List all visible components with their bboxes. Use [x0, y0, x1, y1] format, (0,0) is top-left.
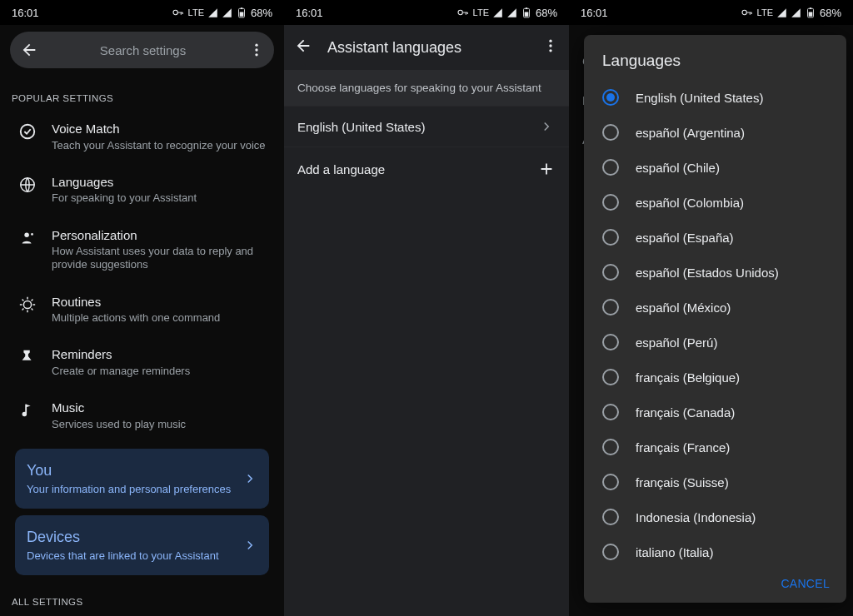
- back-icon[interactable]: [20, 41, 38, 59]
- signal-icon: [222, 7, 232, 18]
- setting-subtitle: Create or manage reminders: [52, 365, 272, 378]
- chevron-right-icon: [242, 471, 257, 486]
- status-bar: 16:01 LTE 68%: [569, 0, 853, 25]
- setting-icon: [18, 229, 37, 247]
- language-label: español (México): [636, 301, 731, 315]
- cancel-button[interactable]: CANCEL: [781, 577, 830, 590]
- radio-icon: [602, 89, 619, 106]
- add-language-row[interactable]: Add a language: [284, 147, 569, 191]
- status-icons: LTE 68%: [741, 6, 841, 19]
- chevron-right-icon: [537, 119, 556, 134]
- page-title: Assistant languages: [327, 39, 527, 57]
- signal-icon: [207, 7, 218, 18]
- language-dialog: Languages English (United States) españo…: [584, 35, 846, 603]
- setting-item-voice-match[interactable]: Voice Match Teach your Assistant to reco…: [0, 110, 284, 163]
- radio-icon: [602, 439, 619, 455]
- radio-icon: [602, 474, 619, 490]
- language-option[interactable]: français (France): [584, 430, 846, 464]
- setting-item-personalization[interactable]: Personalization How Assistant uses your …: [0, 216, 284, 283]
- settings-panel: 16:01 LTE 68% Search settings POPULAR SE…: [0, 0, 284, 616]
- language-label: español (Colombia): [636, 196, 744, 210]
- setting-texts: Languages For speaking to your Assistant: [52, 174, 272, 206]
- radio-icon: [602, 544, 619, 560]
- setting-icon: [18, 348, 37, 366]
- setting-icon: [18, 296, 37, 314]
- setting-item-reminders[interactable]: Reminders Create or manage reminders: [0, 335, 284, 389]
- language-label: español (Perú): [636, 335, 717, 350]
- setting-item-music[interactable]: Music Services used to play music: [0, 389, 284, 442]
- language-label: français (France): [636, 440, 730, 455]
- setting-title: Reminders: [52, 346, 272, 363]
- language-option[interactable]: français (Belgique): [584, 360, 846, 395]
- setting-texts: Voice Match Teach your Assistant to reco…: [52, 121, 272, 152]
- add-language-label: Add a language: [297, 162, 527, 176]
- popular-settings-header: POPULAR SETTINGS: [0, 75, 284, 110]
- setting-subtitle: Teach your Assistant to recognize your v…: [52, 139, 272, 152]
- setting-item-languages[interactable]: Languages For speaking to your Assistant: [0, 163, 284, 216]
- status-battery: 68%: [536, 7, 557, 19]
- all-settings-header: ALL SETTINGS: [0, 582, 284, 607]
- back-icon[interactable]: [294, 37, 312, 58]
- language-option[interactable]: français (Suisse): [584, 464, 846, 499]
- card-texts: Devices Devices that are linked to your …: [27, 529, 234, 562]
- language-label: français (Belgique): [636, 370, 740, 385]
- language-option[interactable]: español (Argentina): [584, 115, 846, 150]
- radio-icon: [602, 194, 619, 211]
- language-option[interactable]: español (México): [584, 290, 846, 325]
- status-battery: 68%: [820, 7, 841, 19]
- radio-icon: [602, 334, 619, 350]
- card-subtitle: Your information and personal preference…: [27, 483, 234, 495]
- nav-card-devices[interactable]: Devices Devices that are linked to your …: [15, 515, 269, 575]
- language-option[interactable]: italiano (Italia): [584, 534, 846, 569]
- language-option[interactable]: English (United States): [584, 80, 846, 115]
- vpn-key-icon: [741, 6, 754, 19]
- language-label: Indonesia (Indonesia): [636, 510, 756, 524]
- language-label: italiano (Italia): [636, 545, 713, 559]
- vpn-key-icon: [172, 6, 185, 19]
- status-icons: LTE 68%: [456, 6, 557, 19]
- current-language-label: English (United States): [297, 120, 527, 134]
- language-label: français (Canada): [636, 405, 735, 420]
- status-time: 16:01: [296, 7, 323, 19]
- more-icon[interactable]: [542, 37, 559, 57]
- language-option[interactable]: español (Colombia): [584, 185, 846, 220]
- chevron-right-icon: [242, 538, 257, 553]
- language-option[interactable]: español (Perú): [584, 325, 846, 360]
- status-time: 16:01: [12, 7, 39, 19]
- language-label: español (Estados Unidos): [636, 266, 779, 280]
- status-icons: LTE 68%: [172, 6, 272, 19]
- card-title: You: [27, 462, 234, 479]
- status-net: LTE: [473, 7, 489, 17]
- setting-icon: [18, 401, 37, 420]
- setting-subtitle: How Assistant uses your data to reply an…: [52, 245, 272, 272]
- dialog-title: Languages: [584, 35, 846, 78]
- setting-item-routines[interactable]: Routines Multiple actions with one comma…: [0, 283, 284, 336]
- setting-subtitle: Services used to play music: [52, 418, 272, 431]
- search-placeholder: Search settings: [38, 43, 247, 57]
- page-header: Assistant languages: [284, 25, 569, 70]
- signal-icon: [506, 7, 517, 18]
- language-option[interactable]: español (Estados Unidos): [584, 255, 846, 290]
- language-option[interactable]: español (España): [584, 220, 846, 255]
- status-bar: 16:01 LTE 68%: [284, 0, 569, 25]
- battery-icon: [236, 7, 247, 18]
- radio-icon: [602, 369, 619, 385]
- setting-icon: [18, 176, 37, 194]
- current-language-row[interactable]: English (United States): [284, 106, 569, 147]
- setting-subtitle: Multiple actions with one command: [52, 311, 272, 325]
- status-bar: 16:01 LTE 68%: [0, 0, 284, 25]
- language-option[interactable]: Indonesia (Indonesia): [584, 499, 846, 534]
- language-option[interactable]: español (Chile): [584, 150, 846, 185]
- vpn-key-icon: [456, 6, 470, 19]
- language-label: español (Argentina): [636, 126, 745, 140]
- language-dialog-panel: 16:01 LTE 68% C E A Languages English (U…: [569, 0, 853, 616]
- search-bar[interactable]: Search settings: [10, 32, 274, 68]
- setting-texts: Reminders Create or manage reminders: [52, 346, 272, 378]
- signal-icon: [776, 7, 787, 18]
- language-option[interactable]: français (Canada): [584, 395, 846, 430]
- battery-icon: [521, 7, 532, 18]
- nav-card-you[interactable]: You Your information and personal prefer…: [15, 449, 269, 509]
- more-icon[interactable]: [247, 42, 266, 58]
- plus-icon: [537, 160, 556, 178]
- language-label: español (Chile): [636, 161, 720, 175]
